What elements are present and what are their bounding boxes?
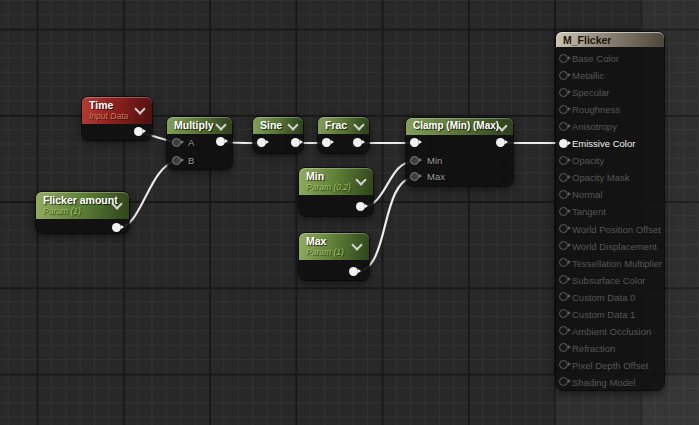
material-pin-row: World Position Offset <box>556 220 664 237</box>
node-frac-header[interactable]: Frac <box>318 117 369 134</box>
material-input-pin[interactable] <box>559 173 568 182</box>
node-title: Clamp (Min) (Max) <box>413 120 507 132</box>
material-input-pin[interactable] <box>559 139 568 148</box>
material-input-pin[interactable] <box>559 360 568 369</box>
material-input-pin[interactable] <box>559 190 568 199</box>
material-pin-row: World Displacement <box>556 237 664 254</box>
node-flicker-amount[interactable]: Flicker amount Param (1) <box>36 192 129 233</box>
material-pin-label: Metallic <box>572 70 604 81</box>
multiply-output-pin[interactable] <box>216 137 225 146</box>
material-pin-label: Normal <box>572 189 603 200</box>
node-max-param-header[interactable]: Max Param (1) <box>299 233 369 260</box>
node-multiply-header[interactable]: Multiply <box>167 117 232 134</box>
material-pin-label: Emissive Color <box>572 138 635 149</box>
material-pin-label: Roughness <box>572 104 620 115</box>
material-pin-row: Refraction <box>556 339 664 356</box>
material-input-pin[interactable] <box>559 224 568 233</box>
pin-label: Min <box>427 155 442 166</box>
node-clamp[interactable]: Clamp (Min) (Max) Min Max <box>406 118 513 186</box>
material-input-pin[interactable] <box>559 377 568 386</box>
material-input-pin[interactable] <box>559 156 568 165</box>
node-multiply[interactable]: Multiply A B <box>167 117 232 169</box>
material-pin-label: Custom Data 1 <box>572 309 635 320</box>
node-min-param-header[interactable]: Min Param (0.2) <box>299 168 373 195</box>
node-subtitle: Param (1) <box>43 206 123 216</box>
node-material-result[interactable]: M_Flicker Base ColorMetallicSpecularRoug… <box>556 32 664 390</box>
material-pin-label: World Position Offset <box>572 224 661 235</box>
flicker-amount-output-pin[interactable] <box>112 223 121 232</box>
material-pin-label: Custom Data 0 <box>572 292 635 303</box>
material-pin-row: Ambient Occlusion <box>556 322 664 339</box>
material-input-pin[interactable] <box>559 88 568 97</box>
time-output-pin[interactable] <box>134 127 143 136</box>
node-time-header[interactable]: Time Input Data <box>82 97 152 124</box>
sine-output-pin[interactable] <box>291 138 300 147</box>
clamp-input-pin[interactable] <box>410 138 419 147</box>
material-pin-row: Tessellation Multiplier <box>556 254 664 271</box>
node-frac[interactable]: Frac <box>318 117 369 153</box>
node-flicker-amount-header[interactable]: Flicker amount Param (1) <box>36 192 129 219</box>
pin-label: A <box>188 137 194 148</box>
material-input-pin[interactable] <box>559 292 568 301</box>
material-pin-label: Shading Model <box>572 377 635 388</box>
material-pin-row: Specular <box>556 84 664 101</box>
material-pin-row: Custom Data 0 <box>556 288 664 305</box>
frac-output-pin[interactable] <box>353 138 362 147</box>
node-min-param[interactable]: Min Param (0.2) <box>299 168 373 216</box>
node-clamp-header[interactable]: Clamp (Min) (Max) <box>406 118 513 135</box>
material-input-pin[interactable] <box>559 309 568 318</box>
material-input-pin[interactable] <box>559 54 568 63</box>
material-pin-row: Metallic <box>556 67 664 84</box>
material-pin-label: Pixel Depth Offset <box>572 360 648 371</box>
material-pin-row: Custom Data 1 <box>556 305 664 322</box>
node-sine-header[interactable]: Sine <box>253 117 303 134</box>
material-input-pin[interactable] <box>559 207 568 216</box>
min-param-output-pin[interactable] <box>356 202 365 211</box>
max-param-output-pin[interactable] <box>349 267 358 276</box>
material-input-pin[interactable] <box>559 122 568 131</box>
node-max-param[interactable]: Max Param (1) <box>299 233 369 280</box>
material-pin-label: Refraction <box>572 343 615 354</box>
material-pin-label: Specular <box>572 87 610 98</box>
material-pin-row: Opacity Mask <box>556 169 664 186</box>
node-sine[interactable]: Sine <box>253 117 303 153</box>
material-pin-label: Tessellation Multiplier <box>572 258 662 269</box>
material-pin-row: Opacity <box>556 152 664 169</box>
node-time[interactable]: Time Input Data <box>82 97 152 140</box>
material-node-header[interactable]: M_Flicker <box>556 32 664 47</box>
material-pin-label: Anisotropy <box>572 121 617 132</box>
material-input-pin[interactable] <box>559 258 568 267</box>
material-input-pin[interactable] <box>559 275 568 284</box>
clamp-max-pin[interactable] <box>410 172 419 181</box>
frac-input-pin[interactable] <box>322 138 331 147</box>
material-pin-row: Tangent <box>556 203 664 220</box>
material-input-pin[interactable] <box>559 105 568 114</box>
material-input-pin[interactable] <box>559 326 568 335</box>
material-pin-row: Emissive Color <box>556 135 664 152</box>
multiply-input-b-pin[interactable] <box>172 156 181 165</box>
material-pin-row: Base Color <box>556 50 664 67</box>
multiply-input-a-pin[interactable] <box>172 138 181 147</box>
material-pin-label: World Displacement <box>572 241 657 252</box>
material-pin-label: Opacity <box>572 155 604 166</box>
material-pin-label: Subsurface Color <box>572 275 645 286</box>
material-input-pin[interactable] <box>559 71 568 80</box>
material-graph-canvas[interactable]: Time Input Data Multiply A B Sine Frac <box>0 0 699 425</box>
material-pin-row: Roughness <box>556 101 664 118</box>
material-input-pin[interactable] <box>559 241 568 250</box>
material-pin-label: Base Color <box>572 53 619 64</box>
material-pin-row: Anisotropy <box>556 118 664 135</box>
material-pin-row: Pixel Depth Offset <box>556 356 664 373</box>
sine-input-pin[interactable] <box>257 138 266 147</box>
material-input-pin[interactable] <box>559 343 568 352</box>
clamp-output-pin[interactable] <box>496 138 505 147</box>
pin-label: Max <box>427 171 445 182</box>
material-title: M_Flicker <box>563 34 658 46</box>
material-pin-row: Shading Model <box>556 373 664 390</box>
material-pin-row: Normal <box>556 186 664 203</box>
material-pin-label: Ambient Occlusion <box>572 326 651 337</box>
material-pin-row: Subsurface Color <box>556 271 664 288</box>
material-pin-label: Opacity Mask <box>572 172 630 183</box>
pin-label: B <box>188 155 194 166</box>
clamp-min-pin[interactable] <box>410 156 419 165</box>
